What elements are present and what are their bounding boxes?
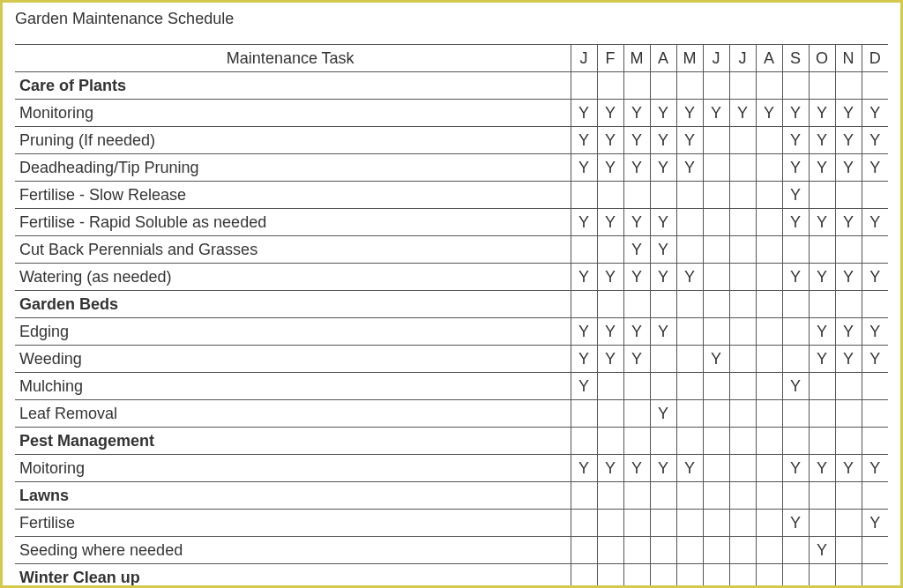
month-cell xyxy=(571,564,597,589)
page: Garden Maintenance Schedule Maintenance … xyxy=(0,0,903,588)
month-cell: Y xyxy=(650,127,676,154)
month-cell xyxy=(703,482,729,510)
month-cell: Y xyxy=(676,154,703,182)
month-cell xyxy=(862,373,888,400)
header-month: A xyxy=(650,45,676,72)
task-label: Weeding xyxy=(15,346,571,373)
month-cell xyxy=(729,428,756,455)
month-cell xyxy=(623,537,650,564)
month-cell: Y xyxy=(623,127,650,154)
month-cell xyxy=(729,346,756,373)
month-cell xyxy=(729,264,756,291)
section-row: Pest Management xyxy=(15,428,888,455)
month-cell xyxy=(571,428,597,455)
month-cell: Y xyxy=(729,100,756,127)
table-row: WeedingYYYYYYY xyxy=(15,346,888,373)
month-cell xyxy=(703,564,729,589)
month-cell xyxy=(862,182,888,209)
month-cell xyxy=(729,564,756,589)
month-cell: Y xyxy=(571,373,597,400)
table-row: Deadheading/Tip PruningYYYYYYYYY xyxy=(15,154,888,182)
month-cell: Y xyxy=(676,100,703,127)
header-month: S xyxy=(782,45,809,72)
table-row: Watering (as needed)YYYYYYYYY xyxy=(15,264,888,291)
month-cell xyxy=(809,564,835,589)
month-cell xyxy=(729,291,756,318)
month-cell xyxy=(809,482,835,510)
month-cell xyxy=(703,182,729,209)
month-cell xyxy=(862,291,888,318)
section-row: Care of Plants xyxy=(15,72,888,100)
month-cell xyxy=(729,510,756,537)
month-cell xyxy=(729,127,756,154)
month-cell xyxy=(676,72,703,100)
task-label: Fertilise - Rapid Soluble as needed xyxy=(15,209,571,236)
month-cell xyxy=(676,537,703,564)
month-cell xyxy=(862,236,888,264)
month-cell xyxy=(623,510,650,537)
month-cell: Y xyxy=(862,127,888,154)
table-row: EdgingYYYYYYY xyxy=(15,318,888,346)
header-month: J xyxy=(703,45,729,72)
month-cell xyxy=(782,346,809,373)
header-month: O xyxy=(809,45,835,72)
month-cell xyxy=(862,72,888,100)
month-cell xyxy=(756,264,782,291)
month-cell: Y xyxy=(835,455,862,482)
section-row: Lawns xyxy=(15,482,888,510)
month-cell: Y xyxy=(597,264,623,291)
month-cell xyxy=(623,400,650,428)
month-cell xyxy=(623,291,650,318)
month-cell: Y xyxy=(597,346,623,373)
month-cell xyxy=(835,482,862,510)
month-cell xyxy=(862,564,888,589)
month-cell: Y xyxy=(782,209,809,236)
month-cell xyxy=(756,510,782,537)
month-cell xyxy=(597,373,623,400)
month-cell xyxy=(703,428,729,455)
month-cell: Y xyxy=(571,209,597,236)
month-cell xyxy=(729,154,756,182)
month-cell xyxy=(676,373,703,400)
month-cell xyxy=(703,400,729,428)
month-cell xyxy=(729,209,756,236)
table-row: Cut Back Perennials and GrassesYY xyxy=(15,236,888,264)
month-cell xyxy=(623,182,650,209)
month-cell: Y xyxy=(809,127,835,154)
month-cell xyxy=(862,537,888,564)
header-month: F xyxy=(597,45,623,72)
month-cell xyxy=(756,318,782,346)
month-cell: Y xyxy=(782,510,809,537)
task-label: Seeding where needed xyxy=(15,537,571,564)
month-cell xyxy=(597,564,623,589)
month-cell xyxy=(597,236,623,264)
month-cell xyxy=(862,428,888,455)
month-cell xyxy=(650,564,676,589)
month-cell: Y xyxy=(650,209,676,236)
month-cell xyxy=(809,182,835,209)
task-label: Garden Beds xyxy=(15,291,571,318)
month-cell xyxy=(676,564,703,589)
month-cell xyxy=(835,400,862,428)
month-cell xyxy=(597,72,623,100)
month-cell: Y xyxy=(809,318,835,346)
header-month: J xyxy=(729,45,756,72)
month-cell xyxy=(703,373,729,400)
month-cell: Y xyxy=(862,346,888,373)
month-cell: Y xyxy=(650,455,676,482)
task-label: Edging xyxy=(15,318,571,346)
month-cell: Y xyxy=(597,209,623,236)
month-cell xyxy=(703,455,729,482)
month-cell xyxy=(597,482,623,510)
month-cell xyxy=(623,373,650,400)
month-cell: Y xyxy=(571,264,597,291)
header-month: M xyxy=(676,45,703,72)
month-cell xyxy=(862,482,888,510)
month-cell xyxy=(597,537,623,564)
month-cell xyxy=(782,564,809,589)
month-cell xyxy=(650,428,676,455)
month-cell: Y xyxy=(862,510,888,537)
month-cell xyxy=(571,482,597,510)
month-cell: Y xyxy=(809,264,835,291)
month-cell: Y xyxy=(650,100,676,127)
